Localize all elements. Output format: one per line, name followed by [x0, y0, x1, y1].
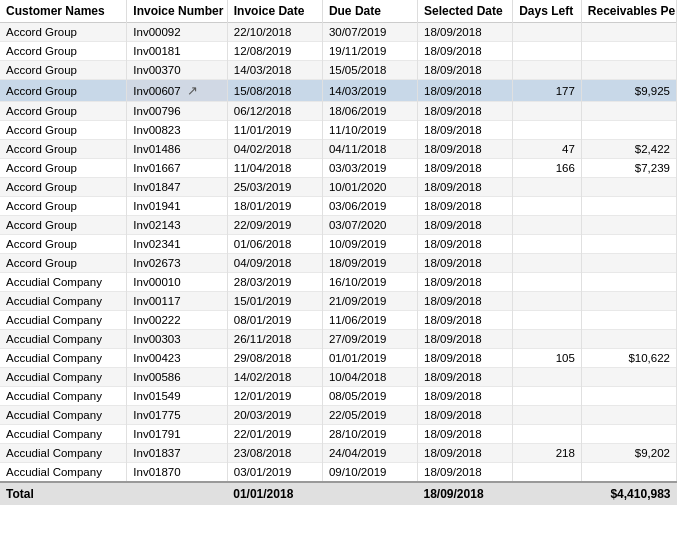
header-duedate[interactable]: Due Date	[322, 0, 417, 23]
table-footer-row: Total 01/01/2018 18/09/2018 $4,410,983	[0, 482, 677, 505]
table-row[interactable]: Accudial CompanyInv0177520/03/201922/05/…	[0, 406, 677, 425]
cell-seldate: 18/09/2018	[418, 444, 513, 463]
cell-customer: Accudial Company	[0, 292, 127, 311]
table-row[interactable]: Accudial CompanyInv0187003/01/201909/10/…	[0, 463, 677, 483]
cell-customer: Accord Group	[0, 102, 127, 121]
table-row[interactable]: Accord GroupInv0194118/01/201903/06/2019…	[0, 197, 677, 216]
footer-invdate: 01/01/2018	[227, 482, 322, 505]
table-row[interactable]: Accudial CompanyInv0183723/08/201824/04/…	[0, 444, 677, 463]
cell-seldate: 18/09/2018	[418, 463, 513, 483]
table-row[interactable]: Accord GroupInv0166711/04/201803/03/2019…	[0, 159, 677, 178]
table-row[interactable]: Accudial CompanyInv0011715/01/201921/09/…	[0, 292, 677, 311]
cell-invoice: Inv00303	[127, 330, 227, 349]
cell-customer: Accord Group	[0, 159, 127, 178]
cell-invdate: 03/01/2019	[227, 463, 322, 483]
table-row[interactable]: Accudial CompanyInv0058614/02/201810/04/…	[0, 368, 677, 387]
cell-seldate: 18/09/2018	[418, 425, 513, 444]
table-row[interactable]: Accord GroupInv0214322/09/201903/07/2020…	[0, 216, 677, 235]
cell-customer: Accord Group	[0, 80, 127, 102]
table-row[interactable]: Accord GroupInv0079606/12/201818/06/2019…	[0, 102, 677, 121]
cell-daysleft	[513, 425, 582, 444]
cell-daysleft	[513, 311, 582, 330]
cell-recv	[581, 178, 676, 197]
header-recv[interactable]: Receivables Per Group	[581, 0, 676, 23]
cell-customer: Accudial Company	[0, 368, 127, 387]
cell-duedate: 18/09/2019	[322, 254, 417, 273]
cell-daysleft	[513, 406, 582, 425]
table-row[interactable]: Accudial CompanyInv0001028/03/201916/10/…	[0, 273, 677, 292]
table-row[interactable]: Accord GroupInv0082311/01/201911/10/2019…	[0, 121, 677, 140]
cell-duedate: 03/06/2019	[322, 197, 417, 216]
cell-seldate: 18/09/2018	[418, 61, 513, 80]
cell-seldate: 18/09/2018	[418, 178, 513, 197]
cell-duedate: 10/01/2020	[322, 178, 417, 197]
cell-duedate: 14/03/2019	[322, 80, 417, 102]
cell-invdate: 04/02/2018	[227, 140, 322, 159]
cell-duedate: 08/05/2019	[322, 387, 417, 406]
cell-invoice: Inv01870	[127, 463, 227, 483]
cell-daysleft	[513, 368, 582, 387]
cell-seldate: 18/09/2018	[418, 292, 513, 311]
table-row[interactable]: Accord GroupInv0267304/09/201818/09/2019…	[0, 254, 677, 273]
cell-invdate: 11/01/2019	[227, 121, 322, 140]
cell-recv: $9,925	[581, 80, 676, 102]
cell-invoice: Inv02143	[127, 216, 227, 235]
cell-recv: $2,422	[581, 140, 676, 159]
cell-invdate: 22/10/2018	[227, 23, 322, 42]
cell-invoice: Inv01847	[127, 178, 227, 197]
cell-recv	[581, 42, 676, 61]
cell-seldate: 18/09/2018	[418, 140, 513, 159]
header-invdate[interactable]: Invoice Date	[227, 0, 322, 23]
cell-seldate: 18/09/2018	[418, 235, 513, 254]
cell-invdate: 06/12/2018	[227, 102, 322, 121]
cell-seldate: 18/09/2018	[418, 311, 513, 330]
table-row[interactable]: Accord GroupInv0037014/03/201815/05/2018…	[0, 61, 677, 80]
cell-invoice: Inv00823	[127, 121, 227, 140]
cell-daysleft	[513, 42, 582, 61]
header-customer[interactable]: Customer Names	[0, 0, 127, 23]
header-invoice[interactable]: Invoice Number	[127, 0, 227, 23]
cell-seldate: 18/09/2018	[418, 406, 513, 425]
cell-duedate: 03/03/2019	[322, 159, 417, 178]
cell-invoice: Inv02341	[127, 235, 227, 254]
cell-recv	[581, 61, 676, 80]
cell-duedate: 10/09/2019	[322, 235, 417, 254]
cell-seldate: 18/09/2018	[418, 102, 513, 121]
table-row[interactable]: Accudial CompanyInv0042329/08/201801/01/…	[0, 349, 677, 368]
cell-invoice: Inv00181	[127, 42, 227, 61]
cell-recv	[581, 121, 676, 140]
cell-invoice: Inv01667	[127, 159, 227, 178]
cell-invdate: 26/11/2018	[227, 330, 322, 349]
table-row[interactable]: Accudial CompanyInv0179122/01/201928/10/…	[0, 425, 677, 444]
cell-daysleft	[513, 61, 582, 80]
cell-seldate: 18/09/2018	[418, 368, 513, 387]
table-row[interactable]: Accord GroupInv0234101/06/201810/09/2019…	[0, 235, 677, 254]
cell-recv	[581, 406, 676, 425]
table-row[interactable]: Accudial CompanyInv0030326/11/201827/09/…	[0, 330, 677, 349]
cell-duedate: 28/10/2019	[322, 425, 417, 444]
cell-seldate: 18/09/2018	[418, 387, 513, 406]
cell-customer: Accord Group	[0, 254, 127, 273]
table-row[interactable]: Accudial CompanyInv0154912/01/201908/05/…	[0, 387, 677, 406]
table-row[interactable]: Accord GroupInv0018112/08/201919/11/2019…	[0, 42, 677, 61]
header-daysleft[interactable]: Days Left	[513, 0, 582, 23]
cell-recv	[581, 254, 676, 273]
cell-invoice: Inv02673	[127, 254, 227, 273]
table-row[interactable]: Accord GroupInv0148604/02/201804/11/2018…	[0, 140, 677, 159]
cell-customer: Accudial Company	[0, 406, 127, 425]
cell-seldate: 18/09/2018	[418, 159, 513, 178]
cell-daysleft	[513, 273, 582, 292]
table-row[interactable]: Accudial CompanyInv0022208/01/201911/06/…	[0, 311, 677, 330]
cell-seldate: 18/09/2018	[418, 80, 513, 102]
cell-invoice: Inv01486	[127, 140, 227, 159]
cell-invdate: 08/01/2019	[227, 311, 322, 330]
header-seldate[interactable]: Selected Date	[418, 0, 513, 23]
cell-customer: Accudial Company	[0, 425, 127, 444]
table-row[interactable]: Accord GroupInv0184725/03/201910/01/2020…	[0, 178, 677, 197]
cell-daysleft	[513, 197, 582, 216]
table-row[interactable]: Accord GroupInv0009222/10/201830/07/2019…	[0, 23, 677, 42]
cell-customer: Accord Group	[0, 216, 127, 235]
cell-seldate: 18/09/2018	[418, 42, 513, 61]
cell-duedate: 19/11/2019	[322, 42, 417, 61]
table-row[interactable]: Accord GroupInv00607↗15/08/201814/03/201…	[0, 80, 677, 102]
